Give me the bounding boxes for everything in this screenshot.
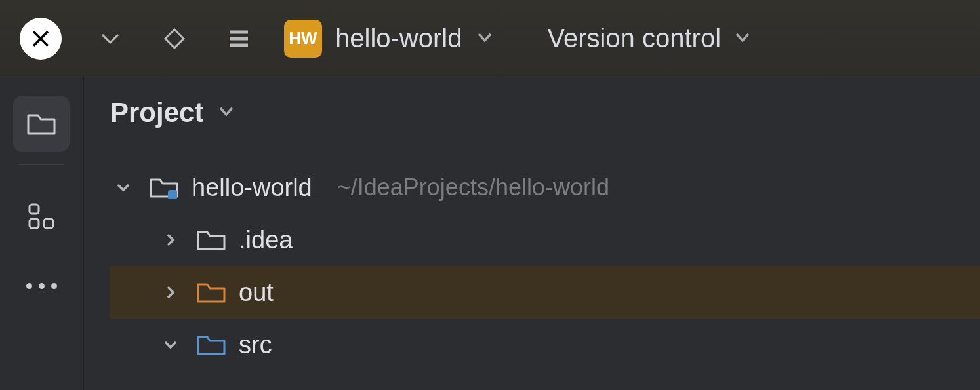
- chevron-down-icon: [733, 28, 752, 50]
- tool-window-rail: [0, 77, 84, 390]
- version-control-selector[interactable]: Version control: [547, 24, 752, 53]
- rail-divider: [18, 164, 64, 165]
- chevron-down-icon: [475, 28, 495, 50]
- menu-button[interactable]: [223, 23, 255, 54]
- folder-icon: [194, 227, 228, 253]
- hamburger-icon: [226, 26, 252, 52]
- svg-rect-6: [30, 205, 39, 214]
- project-badge: HW: [284, 20, 322, 58]
- project-tool-button[interactable]: [13, 96, 70, 152]
- tree-row[interactable]: .idea: [110, 214, 980, 266]
- svg-marker-2: [165, 29, 184, 48]
- folder-icon: [194, 279, 228, 305]
- project-selector[interactable]: HW hello-world: [284, 20, 495, 58]
- folder-icon: [194, 332, 228, 358]
- chevron-right-icon: [161, 283, 180, 302]
- tree-node-label: out: [239, 279, 274, 307]
- chevron-down-icon: [161, 336, 180, 354]
- tree-root-row[interactable]: hello-world ~/IdeaProjects/hello-world: [110, 161, 980, 214]
- more-tools-button[interactable]: [13, 244, 70, 301]
- expand-arrow[interactable]: [157, 283, 184, 302]
- chevron-down-icon: [114, 178, 133, 197]
- version-control-label: Version control: [547, 24, 721, 53]
- main-area: Project hello-world ~/IdeaProjects/hello…: [0, 77, 980, 390]
- titlebar: HW hello-world Version control: [0, 0, 980, 77]
- project-panel: Project hello-world ~/IdeaProjects/hello…: [84, 77, 980, 390]
- more-icon: [26, 283, 57, 289]
- close-icon: [29, 27, 52, 50]
- diamond-icon: [161, 26, 188, 52]
- structure-icon: [26, 201, 56, 231]
- panel-title: Project: [110, 97, 203, 128]
- tree-node-label: hello-world: [192, 174, 312, 202]
- tree-node-path: ~/IdeaProjects/hello-world: [337, 174, 609, 201]
- expand-arrow[interactable]: [157, 336, 184, 354]
- tree-row[interactable]: src: [110, 319, 980, 371]
- folder-icon: [25, 107, 58, 140]
- svg-rect-8: [44, 219, 53, 228]
- expand-arrow[interactable]: [110, 178, 136, 197]
- chevron-down-icon: [216, 102, 236, 124]
- expand-arrow[interactable]: [157, 231, 184, 249]
- structure-tool-button[interactable]: [13, 188, 70, 244]
- project-name-label: hello-world: [335, 24, 462, 53]
- svg-rect-9: [168, 190, 177, 199]
- panel-header[interactable]: Project: [110, 97, 980, 128]
- chevron-right-icon: [161, 231, 180, 249]
- chevron-down-icon: [97, 26, 123, 52]
- svg-rect-7: [30, 219, 39, 228]
- tree-node-label: src: [239, 331, 272, 359]
- module-folder-icon: [147, 174, 181, 201]
- tree-node-label: .idea: [239, 226, 293, 254]
- dropdown-button[interactable]: [94, 23, 126, 54]
- close-button[interactable]: [20, 18, 62, 60]
- diamond-button[interactable]: [159, 23, 190, 54]
- tree-row[interactable]: out: [110, 266, 980, 319]
